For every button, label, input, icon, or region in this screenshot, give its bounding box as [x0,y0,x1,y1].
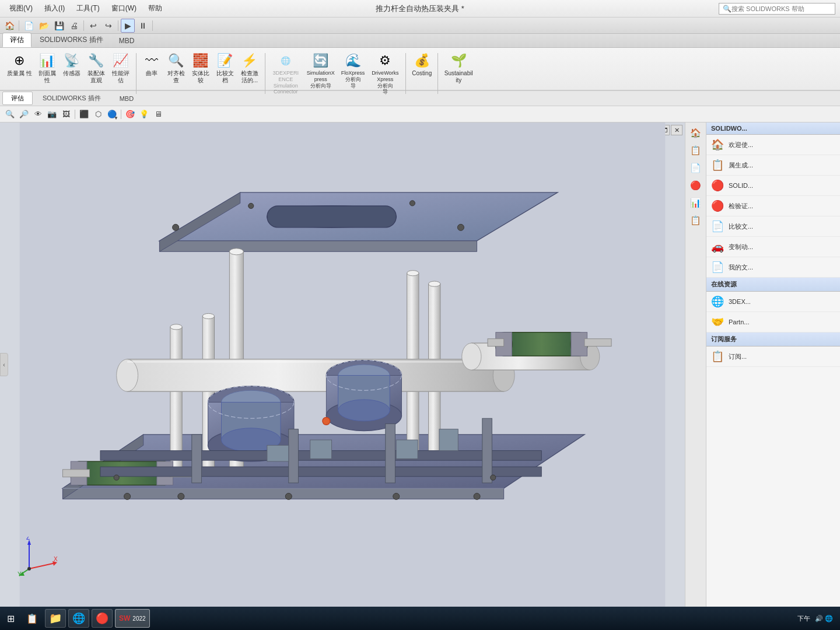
taskbar-browser[interactable]: 🌐 [68,609,89,628]
home-button[interactable]: 🏠 [2,19,16,33]
floxpress-label: FloXpress分析向导 [341,70,365,89]
ribbon-driveworks[interactable]: ⚙ DriveWorksXpress分析向导 [368,50,402,96]
right-panel-check[interactable]: 🔴 检验证... [706,196,840,216]
solidworks-app-label: 2022 [132,615,145,622]
chart-side-icon[interactable]: 📊 [688,195,704,211]
canvas-area[interactable]: ⬜ — 🗖 ✕ [0,123,685,607]
view-camera[interactable]: 📷 [46,108,58,121]
view-solid[interactable]: ⬛ [78,108,90,121]
tab-mbd[interactable]: MBD [111,34,142,47]
ribbon-alignment[interactable]: 🔍 对齐检查 [164,50,188,96]
sub-tab-evaluate[interactable]: 评估 [2,92,33,105]
right-panel-attr[interactable]: 📋 属生成... [706,155,840,176]
list-side-icon[interactable]: 📋 [688,142,704,159]
start-button[interactable]: ⊞ [2,609,19,628]
print-button[interactable]: 🖨 [67,19,81,33]
view-section[interactable]: 🎯 [124,108,136,121]
taskbar-file-explorer[interactable]: 📁 [45,609,66,628]
ribbon-mass-properties[interactable]: ⊕ 质量属 性 [5,50,34,96]
ribbon-solid-compare[interactable]: 🧱 实体比较 [189,50,212,96]
view-wire[interactable]: ⬡ [92,108,104,121]
svg-point-86 [27,567,31,570]
right-panel-welcome[interactable]: 🏠 欢迎使... [706,135,840,155]
sub-tab-mbd[interactable]: MBD [111,93,142,104]
tab-evaluate[interactable]: 评估 [2,33,32,47]
doc-side-icon[interactable]: 📋 [688,212,704,229]
ribbon-check-active[interactable]: ⚡ 检查激活的... [238,50,261,96]
view-zoom-in[interactable]: 🔍 [4,108,16,121]
svg-point-67 [457,224,464,230]
view-frame[interactable]: 🖼 [60,108,72,121]
taskbar-red-app[interactable]: 🔴 [92,609,113,628]
view-eye[interactable]: 👁 [32,108,44,121]
redo-button[interactable]: ↪ [102,19,116,33]
ribbon-performance[interactable]: 📈 性能评估 [109,50,132,96]
open-button[interactable]: 📂 [37,19,51,33]
ribbon-simulationxpress[interactable]: 🔄 SimulationXpress分析向导 [304,50,338,96]
tab-solidworks-plugins[interactable]: SOLIDWORKS 插件 [32,33,111,47]
right-panel-3dex[interactable]: 🌐 3DEX... [706,292,840,312]
select-button[interactable]: ▶ [121,19,135,33]
separator [83,20,84,31]
svg-rect-55 [192,435,202,483]
costing-label: Costing [412,70,432,77]
ribbon-compare-docs[interactable]: 📝 比较文档 [214,50,237,96]
right-panel-change[interactable]: 🚗 变制动... [706,237,840,257]
svg-rect-58 [482,418,492,483]
solid-compare-label: 实体比较 [192,70,209,84]
right-panel-mydocs[interactable]: 📄 我的文... [706,257,840,278]
svg-point-37 [462,343,481,370]
left-collapse-button[interactable]: ‹ [0,353,8,376]
view-display[interactable]: 🖥 [152,108,164,121]
task-view-button[interactable]: 📋 [22,609,43,628]
right-panel-subscription[interactable]: 📋 订阅... [706,346,840,367]
svg-point-68 [249,203,254,208]
red-circle-side-icon[interactable]: 🔴 [688,177,704,194]
view-zoom-out[interactable]: 🔎 [18,108,30,121]
ribbon-sustainability[interactable]: 🌱 Sustainability [442,50,475,96]
right-panel-solidworks-header: SOLIDWO... [706,123,840,135]
ribbon-curvature[interactable]: 〰 曲率 [140,50,163,96]
quick-access-toolbar: 🏠 📄 📂 💾 🖨 ↩ ↪ ▶ ⏸ [0,18,840,34]
taskbar-solidworks[interactable]: SW 2022 [115,609,150,628]
right-icon-bar: 🏠 📋 📄 🔴 📊 📋 [685,123,706,607]
menu-window[interactable]: 窗口(W) [107,2,141,15]
svg-point-70 [323,417,330,425]
right-panel-solidworks-item[interactable]: 🔴 SOLID... [706,176,840,196]
coordinate-axes: Z X Y [18,537,52,572]
search-box[interactable]: 🔍 [719,3,835,15]
view-toolbar: 🔍 🔎 👁 📷 🖼 ⬛ ⬡ 🔵▼ 🎯 💡 🖥 [0,106,840,123]
home-side-icon[interactable]: 🏠 [688,125,704,141]
menu-tools[interactable]: 工具(T) [72,2,104,15]
menu-insert[interactable]: 插入(I) [40,2,69,15]
change-text: 变制动... [729,243,753,251]
ribbon-content: ⊕ 质量属 性 📊 剖面属性 📡 传感器 🔧 装配体直观 📈 性能评估 〰 曲率 [0,48,840,99]
browser-icon: 🌐 [72,612,85,625]
search-input[interactable] [732,5,831,12]
ribbon-section-properties[interactable]: 📊 剖面属性 [36,50,59,96]
ribbon-floxpress[interactable]: 🌊 FloXpress分析向导 [339,50,368,96]
menu-help[interactable]: 帮助 [144,2,167,15]
view-rotate[interactable]: 🔵▼ [106,108,118,121]
menu-view[interactable]: 视图(V) [5,2,37,15]
taskbar-time: 下午 [797,614,810,623]
svg-point-69 [410,201,415,206]
performance-icon: 📈 [111,51,130,70]
file-side-icon[interactable]: 📄 [688,160,704,176]
sub-tab-solidworks-plugins[interactable]: SOLIDWORKS 插件 [34,92,110,105]
run-button[interactable]: ⏸ [136,19,150,33]
right-panel: SOLIDWO... 🏠 欢迎使... 📋 属生成... 🔴 SOLID... … [706,123,840,607]
svg-rect-52 [488,339,504,346]
ribbon-costing[interactable]: 💰 Costing [410,50,434,96]
ribbon-assembly-viz[interactable]: 🔧 装配体直观 [85,50,108,96]
check-text: 检验证... [729,202,753,211]
svg-rect-73 [267,445,289,461]
undo-button[interactable]: ↩ [86,19,100,33]
right-panel-partner[interactable]: 🤝 Partn... [706,312,840,332]
new-button[interactable]: 📄 [22,19,36,33]
costing-icon: 💰 [412,51,431,70]
right-panel-compare[interactable]: 📄 比较文... [706,216,840,237]
ribbon-sensor[interactable]: 📡 传感器 [60,50,83,96]
view-light[interactable]: 💡 [138,108,150,121]
save-button[interactable]: 💾 [52,19,66,33]
